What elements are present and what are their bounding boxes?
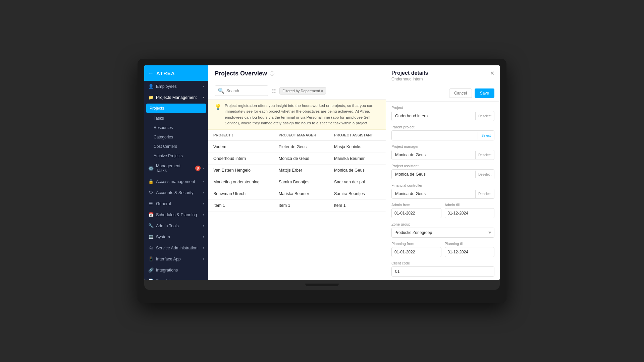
sidebar-item-regulations[interactable]: 📄 Regulations bbox=[144, 276, 208, 280]
access-icon: 🔒 bbox=[148, 179, 154, 184]
sidebar-item-integrations[interactable]: 🔗 Integrations bbox=[144, 264, 208, 276]
planning-till-label: Planning till bbox=[445, 242, 495, 246]
sidebar-item-interface-app[interactable]: 📱 Interface App › bbox=[144, 253, 208, 264]
chevron-icon: › bbox=[203, 224, 204, 228]
table-row[interactable]: Bouwman UtrechtMariska BeumerSamira Boon… bbox=[208, 188, 386, 200]
filter-icon: ☷ bbox=[272, 88, 276, 94]
projects-table: PROJECT ↑ PROJECT MANAGER PROJECT ASSIST… bbox=[208, 130, 386, 212]
sidebar-item-management-tasks[interactable]: ⚙️ Management Tasks 8 › bbox=[144, 161, 208, 176]
cell-assistant: Saar van der pol bbox=[329, 176, 386, 188]
cell-manager: Pieter de Geus bbox=[273, 141, 329, 153]
sidebar-item-admin-tools[interactable]: 🔧 Admin Tools › bbox=[144, 220, 208, 231]
project-deselect-button[interactable]: Deselect bbox=[475, 112, 494, 120]
project-manager-input-row: Deselect bbox=[391, 150, 494, 160]
col-assistant[interactable]: PROJECT ASSISTANT bbox=[329, 130, 386, 141]
filter-tag[interactable]: Filtered by Department × bbox=[279, 87, 326, 95]
admin-from-input[interactable] bbox=[391, 208, 441, 218]
project-assistant-field: Project assistant Deselect bbox=[391, 164, 494, 179]
project-assistant-input[interactable] bbox=[392, 170, 475, 179]
planning-from-input[interactable] bbox=[391, 247, 441, 257]
project-assistant-input-row: Deselect bbox=[391, 169, 494, 179]
sidebar-sub-categories[interactable]: Categories bbox=[144, 132, 208, 142]
projects-table-container: PROJECT ↑ PROJECT MANAGER PROJECT ASSIST… bbox=[208, 130, 386, 280]
planning-from-field: Planning from bbox=[391, 242, 441, 257]
sidebar-item-label: General bbox=[156, 201, 171, 206]
project-manager-deselect-button[interactable]: Deselect bbox=[475, 151, 494, 159]
sidebar-item-projects-management[interactable]: 📁 Projects Management › bbox=[144, 92, 208, 103]
table-row[interactable]: Van Estern HengeloMattijs ErberMonica de… bbox=[208, 165, 386, 176]
financial-controller-input[interactable] bbox=[392, 189, 475, 198]
zone-group-select[interactable]: Productie Zonegroep bbox=[391, 228, 494, 238]
cell-manager: Item 1 bbox=[273, 200, 329, 212]
sidebar-sub-archive[interactable]: Archive Projects bbox=[144, 151, 208, 161]
sidebar-item-access-management[interactable]: 🔒 Access management › bbox=[144, 176, 208, 187]
sidebar-sub-resources[interactable]: Resources bbox=[144, 123, 208, 132]
parent-project-select-button[interactable]: Select bbox=[478, 132, 494, 139]
table-row[interactable]: Marketing ondersteuningSamira BoontjesSa… bbox=[208, 176, 386, 188]
client-code-input[interactable] bbox=[391, 266, 494, 277]
project-manager-input[interactable] bbox=[392, 150, 475, 160]
schedules-icon: 📅 bbox=[148, 212, 154, 217]
sidebar-item-label: Access management bbox=[156, 179, 195, 184]
sidebar-item-label: Regulations bbox=[156, 279, 178, 280]
sidebar-item-schedules[interactable]: 📅 Schedules & Planning › bbox=[144, 209, 208, 220]
sidebar-item-general[interactable]: ☰ General › bbox=[144, 198, 208, 209]
sidebar-item-system[interactable]: 💻 System › bbox=[144, 231, 208, 242]
sidebar-item-employees[interactable]: 👤 Employees › bbox=[144, 81, 208, 92]
cell-assistant: Samira Boontjes bbox=[329, 188, 386, 200]
details-panel: Project details Onderhoud intern ✕ Cance… bbox=[386, 65, 500, 280]
details-form: Project Deselect Parent project Select bbox=[386, 102, 500, 280]
admin-icon: 🔧 bbox=[148, 223, 154, 228]
table-row[interactable]: Item 1Item 1Item 1 bbox=[208, 200, 386, 212]
cell-manager: Mattijs Erber bbox=[273, 165, 329, 176]
cell-project: Bouwman Utrecht bbox=[208, 188, 273, 200]
chevron-icon: › bbox=[203, 235, 204, 239]
financial-controller-field: Financial controller Deselect bbox=[391, 183, 494, 199]
close-button[interactable]: ✕ bbox=[490, 70, 494, 76]
admin-date-row: Admin from Admin till bbox=[391, 203, 494, 218]
financial-controller-deselect-button[interactable]: Deselect bbox=[475, 190, 494, 198]
search-input[interactable] bbox=[226, 88, 265, 93]
project-input[interactable] bbox=[392, 111, 475, 121]
cancel-button[interactable]: Cancel bbox=[449, 88, 472, 98]
client-code-field: Client code bbox=[391, 261, 494, 277]
sidebar-item-label: Schedules & Planning bbox=[156, 213, 197, 217]
system-icon: 💻 bbox=[148, 234, 154, 239]
admin-from-label: Admin from bbox=[391, 203, 441, 207]
sidebar-item-service-admin[interactable]: 🗂 Service Administration › bbox=[144, 242, 208, 253]
sidebar-item-label: Integrations bbox=[156, 268, 178, 273]
back-icon[interactable]: ← bbox=[148, 70, 154, 76]
parent-project-input[interactable] bbox=[392, 131, 478, 140]
sidebar-item-label: Accounts & Security bbox=[156, 190, 194, 195]
sidebar-item-accounts-security[interactable]: 🛡 Accounts & Security › bbox=[144, 187, 208, 198]
table-row[interactable]: VademPieter de GeusMasja Koninks bbox=[208, 141, 386, 153]
cell-manager: Samira Boontjes bbox=[273, 176, 329, 188]
save-button[interactable]: Save bbox=[475, 88, 494, 98]
integrations-icon: 🔗 bbox=[148, 267, 154, 273]
search-box[interactable]: 🔍 bbox=[215, 85, 268, 96]
details-actions: Cancel Save bbox=[386, 85, 500, 102]
cell-project: Item 1 bbox=[208, 200, 273, 212]
parent-project-field: Parent project Select bbox=[391, 125, 494, 140]
project-assistant-deselect-button[interactable]: Deselect bbox=[475, 171, 494, 178]
sidebar-sub-projects[interactable]: Projects bbox=[146, 104, 206, 113]
sidebar-item-label: Employees bbox=[156, 84, 177, 89]
planning-date-row: Planning from Planning till bbox=[391, 242, 494, 257]
sidebar-sub-tasks[interactable]: Tasks bbox=[144, 114, 208, 123]
sidebar-sub-cost-centers[interactable]: Cost Centers bbox=[144, 142, 208, 151]
chevron-icon: › bbox=[203, 96, 204, 99]
col-manager[interactable]: PROJECT MANAGER bbox=[273, 130, 329, 141]
sidebar-item-label: Interface App bbox=[156, 257, 181, 261]
planning-till-input[interactable] bbox=[445, 247, 495, 257]
cell-manager: Monica de Geus bbox=[273, 153, 329, 165]
cell-assistant: Item 1 bbox=[329, 200, 386, 212]
cell-project: Vadem bbox=[208, 141, 273, 153]
admin-till-input[interactable] bbox=[445, 208, 495, 218]
project-label: Project bbox=[391, 106, 494, 110]
chevron-icon: › bbox=[203, 84, 204, 88]
details-subtitle: Onderhoud intern bbox=[391, 77, 428, 81]
chevron-icon: › bbox=[203, 202, 204, 205]
col-project[interactable]: PROJECT ↑ bbox=[208, 130, 273, 141]
sidebar: ← ATREA 👤 Employees › 📁 Projects Managem… bbox=[144, 65, 208, 280]
table-row[interactable]: Onderhoud internMonica de GeusMariska Be… bbox=[208, 153, 386, 165]
